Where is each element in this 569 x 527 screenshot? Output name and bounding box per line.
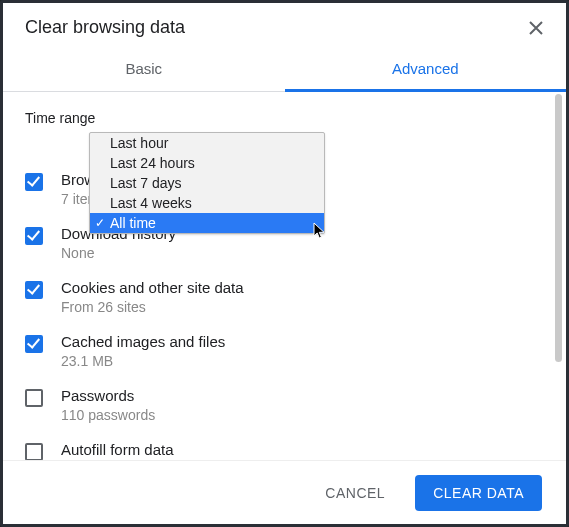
item-label: Passwords	[61, 387, 155, 404]
list-item: Cookies and other site data From 26 site…	[25, 270, 544, 324]
checkbox-autofill[interactable]	[25, 443, 43, 461]
list-item: Passwords 110 passwords	[25, 378, 544, 432]
dialog-footer: CANCEL CLEAR DATA	[3, 460, 566, 524]
tab-basic[interactable]: Basic	[3, 46, 285, 91]
checkbox-download-history[interactable]	[25, 227, 43, 245]
scrollbar[interactable]	[555, 94, 562, 362]
item-label: Cookies and other site data	[61, 279, 244, 296]
dialog-titlebar: Clear browsing data	[3, 3, 566, 46]
checkbox-cookies[interactable]	[25, 281, 43, 299]
time-range-label: Time range	[25, 110, 95, 126]
dropdown-option-last-7-days[interactable]: Last 7 days	[90, 173, 324, 193]
list-item: Cached images and files 23.1 MB	[25, 324, 544, 378]
time-range-dropdown[interactable]: Last hour Last 24 hours Last 7 days Last…	[89, 132, 325, 234]
item-label: Autofill form data	[61, 441, 174, 458]
close-icon[interactable]	[528, 20, 544, 36]
dialog-body: Time range Last hour Last 24 hours Last …	[3, 92, 566, 444]
time-range-row: Time range	[3, 110, 566, 126]
item-subtext: From 26 sites	[61, 299, 244, 315]
item-label: Cached images and files	[61, 333, 225, 350]
tab-advanced[interactable]: Advanced	[285, 46, 567, 91]
item-subtext: 23.1 MB	[61, 353, 225, 369]
clear-browsing-data-dialog: Clear browsing data Basic Advanced Time …	[0, 0, 569, 527]
dropdown-option-last-24-hours[interactable]: Last 24 hours	[90, 153, 324, 173]
tabs: Basic Advanced	[3, 46, 566, 92]
dropdown-option-all-time[interactable]: All time	[90, 213, 324, 233]
cancel-button[interactable]: CANCEL	[307, 475, 403, 511]
item-subtext: None	[61, 245, 176, 261]
clear-data-button[interactable]: CLEAR DATA	[415, 475, 542, 511]
cursor-icon	[313, 222, 327, 244]
checkbox-browsing-history[interactable]	[25, 173, 43, 191]
dropdown-option-last-hour[interactable]: Last hour	[90, 133, 324, 153]
checkbox-cache[interactable]	[25, 335, 43, 353]
dropdown-option-last-4-weeks[interactable]: Last 4 weeks	[90, 193, 324, 213]
checkbox-passwords[interactable]	[25, 389, 43, 407]
dialog-title: Clear browsing data	[25, 17, 185, 38]
item-subtext: 110 passwords	[61, 407, 155, 423]
